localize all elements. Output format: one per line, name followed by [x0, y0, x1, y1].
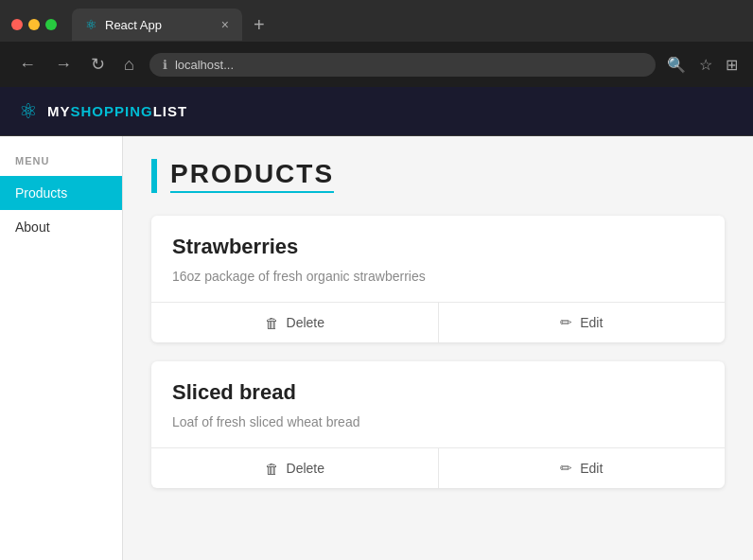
- app-title: MYSHOPPINGLIST: [47, 103, 187, 119]
- close-window-button[interactable]: [11, 19, 23, 30]
- edit-button[interactable]: ✏ Edit: [439, 303, 726, 342]
- product-name: Strawberries: [172, 235, 704, 259]
- home-button[interactable]: ⌂: [120, 52, 138, 77]
- product-body: Sliced bread Loaf of fresh sliced wheat …: [151, 361, 725, 447]
- edit-label: Edit: [580, 461, 603, 476]
- app-logo: ⚛ MYSHOPPINGLIST: [19, 99, 187, 124]
- search-icon[interactable]: 🔍: [667, 56, 686, 74]
- address-bar: ← → ↻ ⌂ ℹ localhost... 🔍 ☆ ⊞: [0, 42, 753, 87]
- forward-button[interactable]: →: [51, 52, 76, 77]
- edit-button[interactable]: ✏ Edit: [439, 448, 726, 488]
- tab-title: React App: [105, 18, 162, 32]
- edit-icon: ✏: [560, 314, 572, 331]
- menu-label: MENU: [0, 155, 122, 176]
- trash-icon: 🗑: [265, 461, 279, 477]
- tab-close-button[interactable]: ×: [221, 18, 229, 31]
- edit-icon: ✏: [560, 460, 572, 477]
- info-icon: ℹ: [163, 58, 167, 72]
- url-bar[interactable]: ℹ localhost...: [149, 53, 656, 77]
- maximize-window-button[interactable]: [45, 19, 57, 30]
- trash-icon: 🗑: [265, 315, 279, 331]
- product-body: Strawberries 16oz package of fresh organ…: [151, 216, 725, 302]
- window-controls: [11, 19, 57, 30]
- delete-button[interactable]: 🗑 Delete: [151, 303, 439, 342]
- url-text: localhost...: [175, 58, 234, 72]
- browser-chrome: ⚛ React App × + ← → ↻ ⌂ ℹ localhost... 🔍…: [0, 0, 753, 87]
- product-actions: 🗑 Delete ✏ Edit: [151, 447, 725, 488]
- sidebar-item-about[interactable]: About: [0, 210, 122, 244]
- delete-button[interactable]: 🗑 Delete: [151, 448, 439, 488]
- browser-tab[interactable]: ⚛ React App ×: [72, 9, 242, 41]
- edit-label: Edit: [580, 315, 603, 330]
- back-button[interactable]: ←: [15, 52, 40, 77]
- product-actions: 🗑 Delete ✏ Edit: [151, 302, 725, 342]
- refresh-button[interactable]: ↻: [87, 52, 109, 77]
- product-description: Loaf of fresh sliced wheat bread: [172, 412, 704, 432]
- react-app-icon: ⚛: [19, 99, 38, 124]
- bookmarks-list-icon[interactable]: ⊞: [726, 56, 738, 74]
- tab-bar: ⚛ React App × +: [0, 0, 753, 42]
- product-card: Sliced bread Loaf of fresh sliced wheat …: [151, 361, 725, 488]
- browser-toolbar-icons: 🔍 ☆ ⊞: [667, 56, 738, 74]
- sidebar: MENU Products About: [0, 136, 123, 560]
- page-heading: PRODUCTS: [151, 159, 725, 193]
- delete-label: Delete: [287, 461, 324, 476]
- main-content: PRODUCTS Strawberries 16oz package of fr…: [123, 136, 753, 560]
- product-name: Sliced bread: [172, 380, 704, 405]
- app-body: MENU Products About PRODUCTS Strawberrie…: [0, 136, 753, 560]
- bookmark-icon[interactable]: ☆: [699, 56, 712, 74]
- react-icon: ⚛: [85, 17, 97, 32]
- app-header: ⚛ MYSHOPPINGLIST: [0, 87, 753, 136]
- sidebar-item-products[interactable]: Products: [0, 176, 122, 210]
- product-description: 16oz package of fresh organic strawberri…: [172, 267, 704, 287]
- minimize-window-button[interactable]: [28, 19, 40, 30]
- page-title: PRODUCTS: [170, 159, 334, 193]
- new-tab-button[interactable]: +: [246, 14, 272, 36]
- product-card: Strawberries 16oz package of fresh organ…: [151, 216, 725, 342]
- delete-label: Delete: [287, 315, 324, 330]
- heading-accent: [151, 159, 157, 193]
